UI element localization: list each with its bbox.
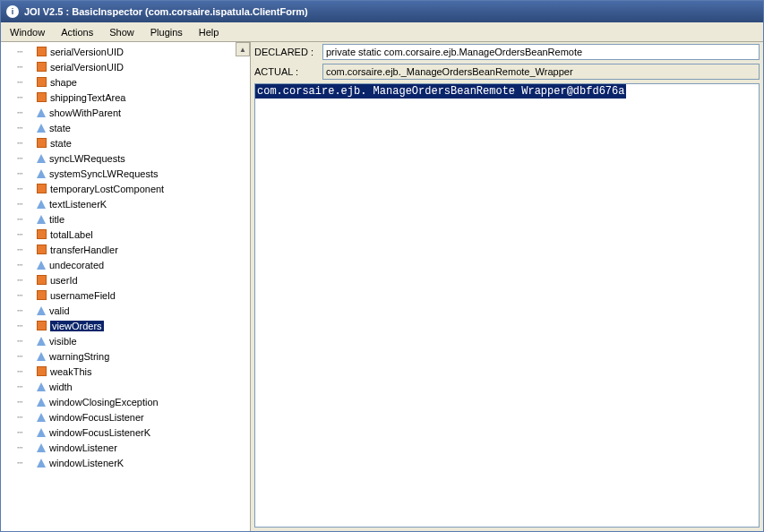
tree-item[interactable]: ⋯windowListenerK — [1, 455, 250, 470]
method-icon — [37, 200, 46, 209]
method-icon — [37, 124, 46, 133]
field-icon — [37, 138, 47, 148]
detail-body[interactable]: com.corsaire.ejb. ManageOrdersBeanRemote… — [254, 83, 760, 528]
tree-pane: ▲ ⋯serialVersionUID⋯serialVersionUID⋯sha… — [1, 42, 251, 531]
field-icon — [37, 184, 47, 193]
field-icon — [37, 47, 47, 56]
tree-item-label: serialVersionUID — [50, 62, 124, 73]
tree-item[interactable]: ⋯temporaryLostComponent — [1, 181, 250, 196]
tree-connector-icon: ⋯ — [17, 183, 35, 194]
menu-help[interactable]: Help — [199, 27, 219, 38]
tree-connector-icon: ⋯ — [17, 137, 35, 149]
tree-item-label: shape — [50, 77, 77, 88]
field-icon — [37, 290, 47, 300]
detail-line-selected[interactable]: com.corsaire.ejb. ManageOrdersBeanRemote… — [255, 84, 626, 99]
tree-item-label: visible — [49, 336, 77, 347]
field-icon — [37, 321, 47, 330]
tree-connector-icon: ⋯ — [17, 381, 35, 392]
tree-connector-icon: ⋯ — [17, 228, 35, 240]
tree-item[interactable]: ⋯windowListener — [1, 440, 250, 455]
tree-connector-icon: ⋯ — [17, 46, 35, 57]
tree-connector-icon: ⋯ — [17, 213, 35, 225]
tree-connector-icon: ⋯ — [17, 289, 35, 301]
method-icon — [37, 108, 46, 117]
tree-connector-icon: ⋯ — [17, 107, 35, 118]
scroll-up-button[interactable]: ▲ — [236, 42, 250, 56]
tree-item[interactable]: ⋯windowFocusListener — [1, 409, 250, 425]
window-title: JOI V2.5 : BasicInspector (com.corsaire.… — [24, 6, 308, 17]
tree-item[interactable]: ⋯visible — [1, 333, 250, 348]
tree-item-label: valid — [49, 305, 70, 316]
method-icon — [37, 337, 46, 346]
tree-item[interactable]: ⋯weakThis — [1, 364, 250, 379]
tree-connector-icon: ⋯ — [17, 91, 35, 103]
tree-item[interactable]: ⋯warningString — [1, 348, 250, 364]
tree-item[interactable]: ⋯windowFocusListenerK — [1, 425, 250, 440]
menubar: Window Actions Show Plugins Help — [1, 22, 763, 42]
tree-item-label: weakThis — [50, 366, 91, 377]
tree-item-label: windowFocusListenerK — [49, 427, 150, 438]
tree-item[interactable]: ⋯shape — [1, 74, 250, 90]
tree-item[interactable]: ⋯shippingTextArea — [1, 90, 250, 105]
tree-item-label: windowListener — [49, 442, 117, 453]
tree-connector-icon: ⋯ — [17, 244, 35, 255]
tree-item[interactable]: ⋯userId — [1, 272, 250, 287]
window-titlebar: i JOI V2.5 : BasicInspector (com.corsair… — [1, 1, 763, 22]
menu-plugins[interactable]: Plugins — [150, 27, 183, 38]
tree-item-label: textListenerK — [49, 199, 107, 210]
tree-connector-icon: ⋯ — [17, 259, 35, 270]
menu-actions[interactable]: Actions — [61, 27, 93, 38]
tree-item[interactable]: ⋯transferHandler — [1, 242, 250, 257]
tree-item[interactable]: ⋯totalLabel — [1, 227, 250, 242]
app-icon: i — [6, 5, 19, 18]
tree-item-label: title — [49, 214, 64, 225]
inspector-pane: DECLARED : private static com.corsaire.e… — [251, 42, 763, 531]
tree-item[interactable]: ⋯title — [1, 211, 250, 227]
tree-connector-icon: ⋯ — [17, 305, 35, 316]
field-icon — [37, 275, 47, 285]
tree-item[interactable]: ⋯state — [1, 135, 250, 150]
tree-item[interactable]: ⋯valid — [1, 303, 250, 318]
tree-connector-icon: ⋯ — [17, 335, 35, 347]
tree-item[interactable]: ⋯systemSyncLWRequests — [1, 166, 250, 181]
tree-connector-icon: ⋯ — [17, 61, 35, 73]
tree-connector-icon: ⋯ — [17, 198, 35, 210]
tree-connector-icon: ⋯ — [17, 457, 35, 468]
tree-item-label: syncLWRequests — [49, 153, 125, 164]
tree-connector-icon: ⋯ — [17, 152, 35, 164]
tree-connector-icon: ⋯ — [17, 274, 35, 286]
method-icon — [37, 215, 46, 224]
tree-item[interactable]: ⋯state — [1, 120, 250, 135]
tree-item[interactable]: ⋯viewOrders — [1, 318, 250, 333]
menu-show[interactable]: Show — [109, 27, 134, 38]
method-icon — [37, 306, 46, 315]
tree-item[interactable]: ⋯undecorated — [1, 257, 250, 272]
tree-item[interactable]: ⋯serialVersionUID — [1, 44, 250, 59]
method-icon — [37, 428, 46, 437]
tree-item[interactable]: ⋯usernameField — [1, 287, 250, 303]
tree-connector-icon: ⋯ — [17, 76, 35, 88]
field-icon — [37, 245, 47, 254]
tree-connector-icon: ⋯ — [17, 411, 35, 423]
field-icon — [37, 77, 47, 87]
tree-item[interactable]: ⋯textListenerK — [1, 196, 250, 211]
object-tree[interactable]: ⋯serialVersionUID⋯serialVersionUID⋯shape… — [1, 42, 250, 472]
method-icon — [37, 261, 46, 270]
tree-item[interactable]: ⋯windowClosingException — [1, 394, 250, 409]
tree-item-label: serialVersionUID — [50, 47, 124, 57]
method-icon — [37, 382, 46, 391]
tree-item-label: windowClosingException — [49, 397, 159, 408]
declared-row: DECLARED : private static com.corsaire.e… — [251, 42, 763, 62]
declared-value[interactable]: private static com.corsaire.ejb.ManageOr… — [322, 44, 760, 60]
tree-item[interactable]: ⋯width — [1, 379, 250, 394]
method-icon — [37, 443, 46, 452]
actual-value[interactable]: com.corsaire.ejb._ManageOrdersBeanRemote… — [322, 64, 760, 80]
tree-connector-icon: ⋯ — [17, 122, 35, 133]
tree-item[interactable]: ⋯syncLWRequests — [1, 150, 250, 166]
tree-item[interactable]: ⋯showWithParent — [1, 105, 250, 120]
tree-item-label: windowListenerK — [49, 458, 124, 468]
menu-window[interactable]: Window — [10, 27, 45, 38]
tree-item-label: width — [49, 382, 73, 392]
tree-item-label: windowFocusListener — [49, 412, 144, 423]
tree-item[interactable]: ⋯serialVersionUID — [1, 59, 250, 74]
